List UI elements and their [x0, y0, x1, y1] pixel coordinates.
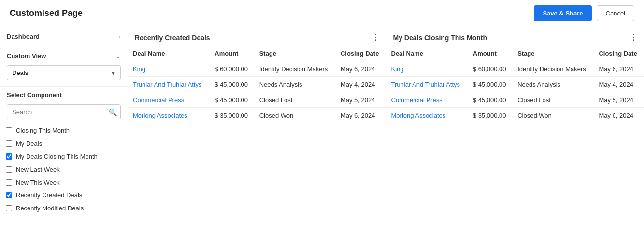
deal-stage: Closed Won: [255, 108, 336, 123]
deals-dropdown-wrapper: Deals Contacts Leads ▼: [0, 62, 128, 86]
new-this-week-label: New This Week: [16, 179, 60, 187]
col-amount: Amount: [468, 46, 513, 61]
col-closing-date: Closing Date: [594, 46, 644, 61]
my-deals-label: My Deals: [16, 140, 42, 148]
deal-closing-date: May 4, 2024: [594, 77, 644, 92]
list-item[interactable]: Closing This Month: [0, 124, 128, 137]
deal-link[interactable]: King: [133, 65, 145, 73]
recently-created-table: Deal Name Amount Stage Closing Date King…: [128, 46, 386, 123]
table-row: Morlong Associates $ 35,000.00 Closed Wo…: [128, 108, 386, 123]
deal-link[interactable]: Truhlar And Truhlar Attys: [391, 81, 460, 88]
deal-amount: $ 45,000.00: [468, 77, 513, 92]
recently-modified-label: Recently Modified Deals: [16, 205, 84, 213]
list-item[interactable]: Recently Created Deals: [0, 189, 128, 202]
deal-amount: $ 45,000.00: [210, 77, 254, 92]
custom-view-label: Custom View: [7, 52, 46, 59]
recently-created-header: Recently Created Deals ⋮: [128, 27, 386, 46]
deal-link[interactable]: Morlong Associates: [133, 112, 187, 119]
my-deals-closing-checkbox[interactable]: [6, 153, 12, 160]
select-component-label: Select Component: [0, 87, 128, 102]
list-item[interactable]: Recently Modified Deals: [0, 202, 128, 215]
search-icon: 🔍: [109, 108, 117, 116]
recently-created-checkbox[interactable]: [6, 192, 12, 198]
col-stage: Stage: [513, 46, 594, 61]
custom-view-header[interactable]: Custom View ⌄: [0, 46, 128, 62]
deal-amount: $ 60,000.00: [468, 61, 513, 77]
deal-closing-date: May 6, 2024: [336, 108, 386, 123]
deal-link[interactable]: Morlong Associates: [391, 112, 446, 119]
list-item[interactable]: New Last Week: [0, 163, 128, 177]
col-closing-date: Closing Date: [336, 46, 386, 61]
deal-closing-date: May 4, 2024: [336, 77, 386, 92]
my-deals-checkbox[interactable]: [6, 140, 12, 147]
save-share-button[interactable]: Save & Share: [534, 5, 591, 21]
cancel-button[interactable]: Cancel: [597, 5, 634, 21]
table-row: Truhlar And Truhlar Attys $ 45,000.00 Ne…: [128, 77, 386, 92]
deal-closing-date: May 6, 2024: [594, 108, 644, 123]
table-row: Commercial Press $ 45,000.00 Closed Lost…: [128, 92, 386, 108]
col-stage: Stage: [255, 46, 336, 61]
deal-link[interactable]: Truhlar And Truhlar Attys: [133, 81, 202, 88]
my-deals-header: My Deals Closing This Month ⋮: [386, 27, 644, 46]
table-row: King $ 60,000.00 Identify Decision Maker…: [128, 61, 386, 77]
table-row: Morlong Associates $ 35,000.00 Closed Wo…: [386, 108, 644, 123]
table-row: Truhlar And Truhlar Attys $ 45,000.00 Ne…: [386, 77, 644, 92]
new-this-week-checkbox[interactable]: [6, 179, 12, 186]
sidebar-item-dashboard[interactable]: Dashboard ›: [0, 27, 128, 46]
list-item[interactable]: New This Week: [0, 177, 128, 190]
chevron-up-icon: ⌄: [116, 53, 121, 59]
col-amount: Amount: [210, 46, 254, 61]
table-header-row: Deal Name Amount Stage Closing Date: [386, 46, 644, 61]
my-deals-closing-label: My Deals Closing This Month: [16, 153, 98, 161]
recently-created-title: Recently Created Deals: [135, 34, 210, 42]
deal-stage: Closed Lost: [255, 92, 336, 108]
deal-stage: Identify Decision Makers: [513, 61, 594, 77]
deal-amount: $ 45,000.00: [468, 92, 513, 108]
main-content: Recently Created Deals ⋮ Deal Name Amoun…: [128, 27, 644, 252]
col-deal-name: Deal Name: [128, 46, 210, 61]
select-component-section: Select Component 🔍 Closing This Month My…: [0, 87, 128, 217]
sidebar: Dashboard › Custom View ⌄ Deals Contacts…: [0, 27, 128, 252]
deal-closing-date: May 6, 2024: [336, 61, 386, 77]
deal-stage: Closed Won: [513, 108, 594, 123]
deal-amount: $ 35,000.00: [468, 108, 513, 123]
deal-closing-date: May 5, 2024: [336, 92, 386, 108]
my-deals-table: Deal Name Amount Stage Closing Date King…: [386, 46, 644, 123]
list-item[interactable]: My Deals: [0, 137, 128, 150]
deal-stage: Needs Analysis: [513, 77, 594, 92]
deal-closing-date: May 5, 2024: [594, 92, 644, 108]
new-last-week-checkbox[interactable]: [6, 166, 12, 173]
table-row: King $ 60,000.00 Identify Decision Maker…: [386, 61, 644, 77]
deal-link[interactable]: Commercial Press: [391, 96, 443, 104]
panel-menu-icon-2[interactable]: ⋮: [630, 33, 637, 42]
deals-dropdown-container: Deals Contacts Leads ▼: [7, 65, 121, 80]
sidebar-section-custom-view: Custom View ⌄ Deals Contacts Leads ▼: [0, 46, 128, 87]
page-header: Customised Page Save & Share Cancel: [0, 0, 644, 27]
recently-modified-checkbox[interactable]: [6, 205, 12, 211]
page-title: Customised Page: [10, 8, 83, 18]
sidebar-section-dashboard: Dashboard ›: [0, 27, 128, 46]
new-last-week-label: New Last Week: [16, 166, 60, 174]
my-deals-table-wrapper[interactable]: Deal Name Amount Stage Closing Date King…: [386, 46, 644, 252]
main-layout: Dashboard › Custom View ⌄ Deals Contacts…: [0, 27, 644, 252]
my-deals-panel: My Deals Closing This Month ⋮ Deal Name …: [386, 27, 644, 252]
search-input[interactable]: [7, 104, 121, 119]
table-row: Commercial Press $ 45,000.00 Closed Lost…: [386, 92, 644, 108]
recently-created-table-wrapper[interactable]: Deal Name Amount Stage Closing Date King…: [128, 46, 386, 252]
search-wrapper: 🔍: [0, 102, 128, 122]
deal-amount: $ 45,000.00: [210, 92, 254, 108]
list-item[interactable]: My Deals Closing This Month: [0, 150, 128, 163]
panel-menu-icon[interactable]: ⋮: [372, 33, 379, 42]
component-checkbox-list: Closing This Month My Deals My Deals Clo…: [0, 122, 128, 217]
deal-link[interactable]: Commercial Press: [133, 96, 184, 104]
deal-stage: Closed Lost: [513, 92, 594, 108]
deal-stage: Needs Analysis: [255, 77, 336, 92]
deal-stage: Identify Decision Makers: [255, 61, 336, 77]
col-deal-name: Deal Name: [386, 46, 468, 61]
deal-link[interactable]: King: [391, 65, 404, 73]
closing-this-month-checkbox[interactable]: [6, 127, 12, 133]
closing-this-month-label: Closing This Month: [16, 127, 70, 135]
deals-dropdown[interactable]: Deals Contacts Leads: [7, 65, 121, 80]
recently-created-panel: Recently Created Deals ⋮ Deal Name Amoun…: [128, 27, 386, 252]
table-header-row: Deal Name Amount Stage Closing Date: [128, 46, 386, 61]
